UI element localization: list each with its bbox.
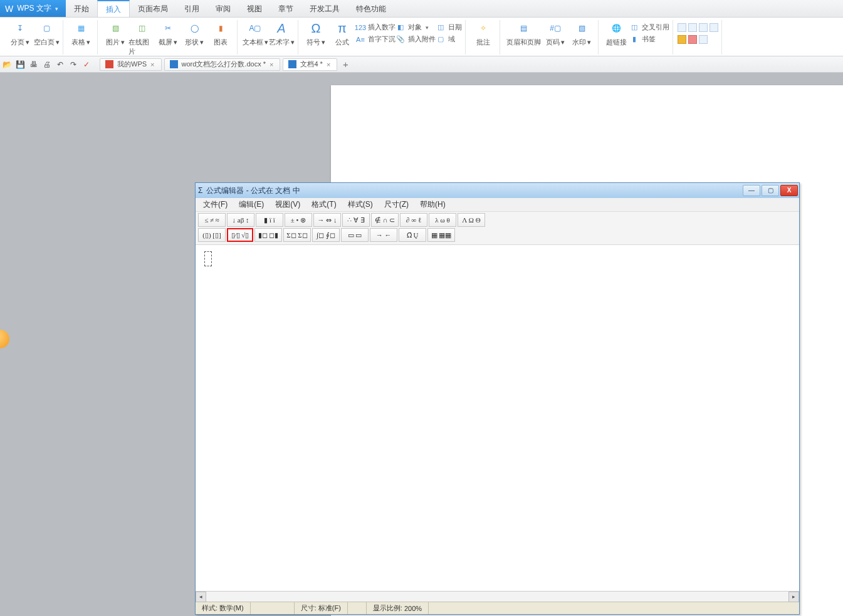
insert-number-button[interactable]: 123插入数字 bbox=[355, 22, 395, 33]
close-tab-icon[interactable]: × bbox=[327, 61, 330, 68]
eq-menu-help[interactable]: 帮助(H) bbox=[415, 198, 451, 211]
eq-menu-format[interactable]: 格式(T) bbox=[306, 198, 341, 211]
eq-matrix[interactable]: ▦ ▦▦ bbox=[427, 228, 455, 242]
eq-integral[interactable]: ∫◻ ∮◻ bbox=[312, 228, 340, 242]
scroll-right-icon[interactable]: ▸ bbox=[788, 592, 799, 602]
document-workspace: Σ公式编辑器 - 公式在 文档 中 — ▢ X 文件(F) 编辑(E) 视图(V… bbox=[0, 73, 843, 616]
scroll-track[interactable] bbox=[206, 592, 788, 602]
object-button[interactable]: ◧对象▾ bbox=[395, 22, 436, 33]
hyperlink-button[interactable]: 🌐超链接 bbox=[603, 20, 629, 47]
format-painter-icon[interactable]: ✓ bbox=[81, 60, 91, 69]
eq-menu-edit[interactable]: 编辑(E) bbox=[234, 198, 269, 211]
chart-button[interactable]: ▮图表 bbox=[207, 20, 234, 47]
date-button[interactable]: ◫日期 bbox=[436, 22, 462, 33]
eq-summation[interactable]: Σ◻ Σ◻ bbox=[283, 228, 311, 242]
menu-review[interactable]: 审阅 bbox=[207, 0, 239, 17]
crossref-button[interactable]: ◫交叉引用 bbox=[629, 22, 669, 33]
equation-palette: ≤ ≠ ≈ ↓ aβ ↕ ▮ ï ï ± • ⊗ → ⇔ ↓ ∴ ∀ ∃ ∉ ∩… bbox=[196, 212, 799, 245]
redo-icon[interactable]: ↷ bbox=[68, 60, 78, 69]
watermark-button[interactable]: ▧水印▾ bbox=[568, 20, 595, 47]
equation-canvas[interactable] bbox=[196, 245, 799, 591]
eq-status-zoom: 显示比例: 200% bbox=[367, 602, 429, 614]
menu-page-layout[interactable]: 页面布局 bbox=[130, 0, 176, 17]
equation-editor-menubar: 文件(F) 编辑(E) 视图(V) 格式(T) 样式(S) 尺寸(Z) 帮助(H… bbox=[196, 198, 799, 212]
online-picture-button[interactable]: ◫在线图片 bbox=[128, 20, 155, 56]
save-icon[interactable]: 💾 bbox=[16, 60, 25, 69]
equation-editor-title: 公式编辑器 - 公式在 文档 中 bbox=[206, 185, 300, 196]
insert-attachment-button[interactable]: 📎插入附件 bbox=[395, 34, 436, 44]
eq-fraction-radical[interactable]: ▯⁄▯ √▯ bbox=[227, 228, 253, 242]
new-tab-button[interactable]: + bbox=[340, 59, 351, 70]
page-break-button[interactable]: ↧分页▾ bbox=[7, 20, 33, 47]
textbox-button[interactable]: A▢文本框▾ bbox=[242, 20, 268, 47]
minimize-button[interactable]: — bbox=[743, 185, 760, 196]
shapes-button[interactable]: ◯形状▾ bbox=[181, 20, 207, 47]
eq-logic[interactable]: ∴ ∀ ∃ bbox=[342, 213, 370, 227]
wordart-button[interactable]: A艺术字▾ bbox=[268, 20, 295, 47]
eq-labeled-arrows[interactable]: → ← bbox=[370, 228, 397, 242]
comment-button[interactable]: ✧批注 bbox=[470, 20, 496, 47]
close-tab-icon[interactable]: × bbox=[150, 61, 154, 68]
maximize-button[interactable]: ▢ bbox=[762, 185, 779, 196]
mini-icons-row1[interactable] bbox=[678, 23, 718, 32]
blank-page-button[interactable]: ▢空白页▾ bbox=[33, 20, 60, 47]
eq-spaces[interactable]: ↓ aβ ↕ bbox=[227, 213, 254, 227]
menu-sections[interactable]: 章节 bbox=[270, 0, 301, 17]
bookmark-button[interactable]: ▮书签 bbox=[629, 34, 669, 44]
equation-button[interactable]: π公式 bbox=[329, 20, 355, 47]
eq-menu-size[interactable]: 尺寸(Z) bbox=[379, 198, 414, 211]
equation-editor-window: Σ公式编辑器 - 公式在 文档 中 — ▢ X 文件(F) 编辑(E) 视图(V… bbox=[195, 182, 800, 615]
picture-button[interactable]: ▧图片▾ bbox=[102, 20, 128, 47]
eq-embellishments[interactable]: ▮ ï ï bbox=[256, 213, 283, 227]
eq-arrows[interactable]: → ⇔ ↓ bbox=[313, 213, 341, 227]
eq-products[interactable]: Ω̄ Ų bbox=[399, 228, 426, 242]
open-icon[interactable]: 📂 bbox=[3, 60, 12, 69]
eq-set-theory[interactable]: ∉ ∩ ⊂ bbox=[371, 213, 399, 227]
doc-tab-doc4[interactable]: 文档4 *× bbox=[283, 58, 337, 71]
menu-devtools[interactable]: 开发工具 bbox=[301, 0, 348, 17]
equation-insertion-slot[interactable] bbox=[204, 251, 212, 266]
eq-over-under-bar[interactable]: ▭ ▭ bbox=[341, 228, 369, 242]
app-title[interactable]: W WPS 文字 ▾ bbox=[0, 0, 66, 17]
table-button[interactable]: ▦表格▾ bbox=[68, 20, 94, 47]
menu-view[interactable]: 视图 bbox=[239, 0, 270, 17]
side-bubble-icon[interactable] bbox=[0, 330, 9, 348]
header-footer-button[interactable]: ▤页眉和页脚 bbox=[505, 20, 542, 47]
eq-greek-upper[interactable]: Λ Ω Θ bbox=[458, 213, 485, 227]
dropcap-button[interactable]: A≡首字下沉 bbox=[355, 34, 395, 44]
doc-tab-worddoc[interactable]: word文档怎么打分数.docx *× bbox=[164, 58, 281, 71]
equation-status-bar: 样式: 数学(M) 尺寸: 标准(F) 显示比例: 200% bbox=[196, 602, 799, 614]
doc-tab-mywps[interactable]: 我的WPS× bbox=[100, 58, 162, 71]
doc-icon bbox=[288, 60, 296, 68]
menu-insert[interactable]: 插入 bbox=[97, 0, 130, 17]
page-number-button[interactable]: #▢页码▾ bbox=[542, 20, 568, 47]
print-preview-icon[interactable]: 🖨 bbox=[42, 60, 51, 69]
doc-icon bbox=[170, 60, 178, 68]
menu-special[interactable]: 特色功能 bbox=[348, 0, 394, 17]
print-icon[interactable]: 🖶 bbox=[29, 60, 38, 69]
menu-references[interactable]: 引用 bbox=[176, 0, 207, 17]
eq-operators[interactable]: ± • ⊗ bbox=[285, 213, 312, 227]
screenshot-button[interactable]: ✂截屏▾ bbox=[155, 20, 181, 47]
ribbon-insert: ↧分页▾ ▢空白页▾ ▦表格▾ ▧图片▾ ◫在线图片 ✂截屏▾ ◯形状▾ ▮图表… bbox=[0, 18, 843, 56]
close-button[interactable]: X bbox=[780, 185, 798, 196]
app-dropdown-icon: ▾ bbox=[55, 6, 58, 12]
close-tab-icon[interactable]: × bbox=[270, 61, 273, 68]
scroll-left-icon[interactable]: ◂ bbox=[196, 592, 206, 602]
eq-misc-symbols[interactable]: ∂ ∞ ℓ bbox=[400, 213, 427, 227]
eq-menu-style[interactable]: 样式(S) bbox=[343, 198, 378, 211]
eq-menu-view[interactable]: 视图(V) bbox=[270, 198, 305, 211]
eq-sub-sup[interactable]: ▮◻ ◻▮ bbox=[254, 228, 282, 242]
mini-icons-row2[interactable] bbox=[678, 35, 708, 44]
eq-fences[interactable]: (▯) [▯] bbox=[198, 228, 226, 242]
undo-icon[interactable]: ↶ bbox=[55, 60, 65, 69]
equation-hscrollbar[interactable]: ◂ ▸ bbox=[196, 591, 799, 602]
symbol-button[interactable]: Ω符号▾ bbox=[303, 20, 329, 47]
field-button[interactable]: ▢域 bbox=[436, 34, 462, 44]
equation-editor-titlebar[interactable]: Σ公式编辑器 - 公式在 文档 中 — ▢ X bbox=[196, 183, 799, 198]
main-menubar: W WPS 文字 ▾ 开始 插入 页面布局 引用 审阅 视图 章节 开发工具 特… bbox=[0, 0, 843, 18]
eq-relational-ops[interactable]: ≤ ≠ ≈ bbox=[198, 213, 226, 227]
menu-start[interactable]: 开始 bbox=[66, 0, 97, 17]
eq-greek-lower[interactable]: λ ω θ bbox=[429, 213, 456, 227]
eq-menu-file[interactable]: 文件(F) bbox=[198, 198, 233, 211]
